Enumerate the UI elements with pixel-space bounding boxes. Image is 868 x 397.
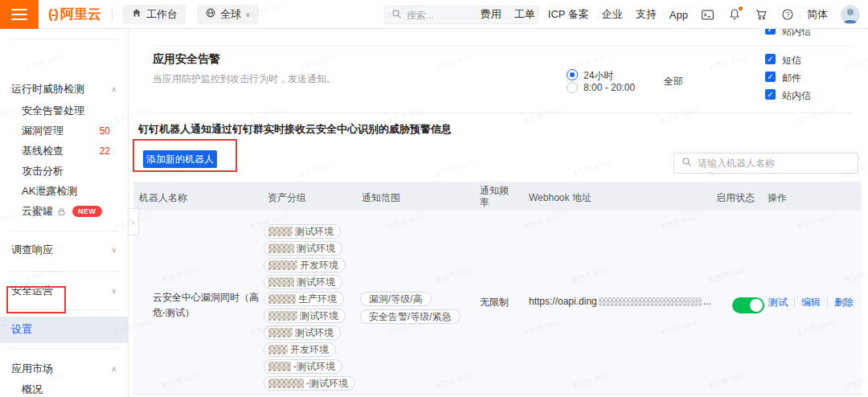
censored-mosaic [268,260,297,270]
enable-toggle[interactable] [732,297,764,313]
asset-group-tag: 测试环境 [264,241,342,256]
section-divider [153,46,854,47]
asset-group-tag: -测试环境 [264,359,342,374]
asset-group-tag: 测试环境 [264,275,342,289]
aliyun-logo-text: 阿里云 [60,5,101,23]
header-notify-scope: 通知范围 [362,191,400,205]
censored-mosaic [268,294,296,304]
header-asset-group: 资产分组 [268,191,306,205]
nav-item-tickets[interactable]: 工单 [514,7,535,22]
new-badge: NEW [72,206,102,217]
sidebar-item-honeypot[interactable]: 云蜜罐 NEW [0,204,128,219]
region-selector[interactable]: 全球 ∨ [197,5,259,24]
header-actions: 操作 [768,191,787,205]
asset-group-tag: 开发环境 [264,258,346,272]
censored-mosaic [268,277,294,287]
cart-icon[interactable] [754,8,768,22]
header-robot-name: 机器人名称 [139,191,187,205]
internal-message-checkbox[interactable]: ✓ [765,89,776,100]
frequency-cell: 无限制 [480,296,509,309]
navbar-right-menu: 费用 工单 ICP 备案 企业 支持 App ? 简体 [481,0,860,29]
locale-switch[interactable]: 简体 [807,7,828,22]
sidebar-item-security-operations[interactable]: 安全运营 ∨ [0,284,128,298]
help-icon[interactable]: ? [780,8,794,22]
radio-working-hours[interactable] [567,82,578,93]
sidebar-item-attack-analysis[interactable]: 攻击分析 [0,164,128,178]
notification-dot [739,6,743,10]
dingtalk-section-heading: 钉钉机器人通知通过钉钉群实时接收云安全中心识别的威胁预警信息 [138,122,452,137]
sidebar-item-investigation-response[interactable]: 调查响应 ∨ [0,243,128,257]
notify-scope-tag: 安全告警/等级/紧急 [360,309,461,324]
globe-icon [205,7,216,21]
aliyun-logo[interactable]: (-) 阿里云 [48,5,101,23]
webhook-url-prefix: https://oapi.ding [529,296,597,307]
workbench-label: 工作台 [146,7,178,22]
censored-mosaic [268,345,288,354]
nav-item-icp[interactable]: ICP 备案 [548,7,589,22]
censored-webhook-mosaic [599,297,702,306]
censored-mosaic [268,362,291,371]
sidebar-item-runtime-threat-detection[interactable]: 运行时威胁检测 ∧ [0,82,128,96]
test-action-link[interactable]: 测试 [768,296,788,309]
email-checkbox-label: 邮件 [782,72,801,85]
censored-mosaic [268,328,293,338]
sidebar-item-ak-leak-detection[interactable]: AK泄露检测 [0,184,128,198]
censored-mosaic [268,379,304,388]
lock-icon [57,207,66,216]
sidebar-item-app-market[interactable]: 应用市场 ∧ [0,362,128,376]
nav-item-enterprise[interactable]: 企业 [602,7,623,22]
robot-search-input[interactable] [698,158,842,169]
webhook-ellipsis: ... [703,296,711,307]
sidebar-item-settings[interactable]: 设置 [0,322,128,337]
nav-item-app[interactable]: App [669,9,688,21]
asset-group-tag: 开发环境 [264,342,336,357]
region-label: 全球 [220,7,241,22]
terminal-icon[interactable] [701,8,714,22]
avatar[interactable] [841,5,860,24]
header-enable-status: 启用状态 [716,191,755,205]
sidebar-item-overview[interactable]: 概况 [0,383,128,397]
app-alert-title: 应用安全告警 [153,52,220,67]
add-robot-button[interactable]: 添加新的机器人 [143,150,217,168]
chevron-up-icon: ∧ [111,85,117,93]
asset-group-tag: -测试环境 [264,376,355,391]
robot-name-cell: 云安全中心漏洞同时（高危-测试） [153,290,259,321]
nav-item-support[interactable]: 支持 [636,7,657,22]
chevron-down-icon: ∨ [111,287,117,295]
header-webhook: Webhook 地址 [529,191,592,205]
chevron-down-icon: ∨ [245,10,251,18]
webhook-cell: https://oapi.ding ... [529,296,711,307]
workbench-button[interactable]: 工作台 [123,5,186,24]
hamburger-menu-button[interactable] [0,0,39,29]
app-alert-desc: 当应用防护监控到攻击行为时，发送通知。 [153,72,336,86]
edit-action-link[interactable]: 编辑 [801,296,821,309]
search-icon [391,8,402,23]
robot-search[interactable] [674,153,858,174]
chevron-up-icon: ∧ [111,365,117,373]
censored-mosaic [268,227,293,236]
home-icon [131,7,142,21]
sidebar-item-vulnerability-management[interactable]: 漏洞管理 50 [0,124,128,138]
radio-working-hours-label: 8:00 - 20:00 [583,82,635,93]
header-notify-frequency: 通知频率 [480,185,514,209]
sidebar: 运行时威胁检测 ∧ 安全告警处理 漏洞管理 50 基线检查 22 攻击分析 AK… [0,29,129,397]
email-checkbox[interactable]: ✓ [765,72,776,82]
censored-mosaic [268,311,297,321]
radio-24h[interactable] [567,69,578,80]
top-navbar: (-) 阿里云 工作台 全球 ∨ 费用 工单 ICP 备案 企业 支持 App … [0,0,868,29]
internal-message-checkbox-label: 站内信 [782,89,811,103]
vuln-count-badge: 50 [100,125,110,137]
censored-mosaic [268,244,294,253]
nav-item-billing[interactable]: 费用 [481,7,502,22]
asset-group-tag: 生产环境 [264,292,344,306]
sidebar-item-alert-handling[interactable]: 安全告警处理 [0,104,128,118]
delete-action-link[interactable]: 删除 [834,296,854,309]
alert-scope-value: 全部 [664,75,683,88]
row-actions: 测试 编辑 删除 [768,296,854,309]
search-icon [682,156,692,170]
sms-checkbox[interactable]: ✓ [765,54,776,64]
sidebar-collapse-handle[interactable]: ‹ [128,208,139,235]
notify-scope-list: 漏洞/等级/高 安全告警/等级/紧急 [360,292,461,324]
notification-bell-icon[interactable] [727,8,741,22]
sidebar-item-baseline-check[interactable]: 基线检查 22 [0,144,128,158]
